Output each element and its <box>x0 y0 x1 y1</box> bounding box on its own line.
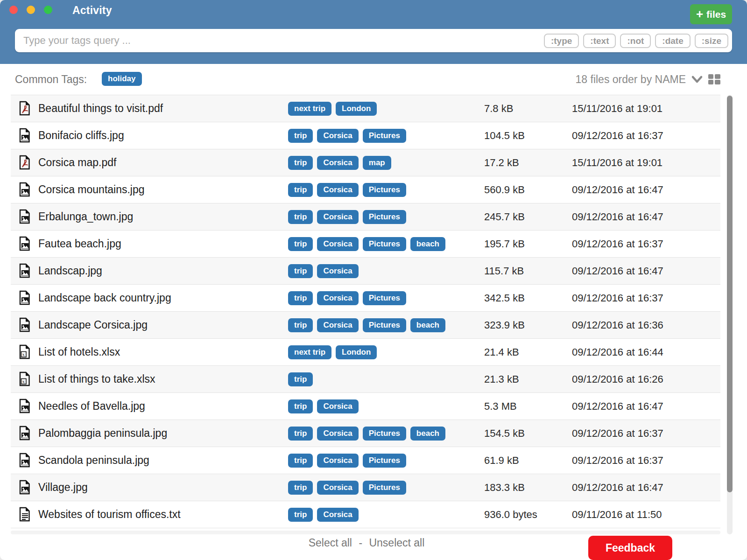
file-row[interactable]: xList of hotels.xlsxnext tripLondon21.4 … <box>11 339 720 366</box>
app-window: Activity + files :type:text:not:date:siz… <box>0 0 747 560</box>
tag-badge[interactable]: beach <box>410 318 445 332</box>
file-date: 09/12/2016 at 16:37 <box>572 420 663 447</box>
tag-badge[interactable]: trip <box>288 264 313 278</box>
tag-badge[interactable]: trip <box>288 129 313 143</box>
tag-badge[interactable]: Corsica <box>317 237 358 251</box>
tag-badge[interactable]: trip <box>288 210 313 224</box>
tag-badge[interactable]: trip <box>288 318 313 332</box>
file-tags: tripCorsicaPictures <box>288 176 406 203</box>
unselect-all-link[interactable]: Unselect all <box>369 537 424 549</box>
file-size: 323.9 kB <box>484 312 525 338</box>
vertical-scrollbar-thumb[interactable] <box>727 96 733 492</box>
file-size: 342.5 kB <box>484 285 525 311</box>
close-window-button[interactable] <box>9 6 18 14</box>
filter-size-button[interactable]: :size <box>695 34 728 48</box>
grid-view-icon[interactable] <box>708 74 720 85</box>
filter-type-button[interactable]: :type <box>544 34 579 48</box>
filter-not-button[interactable]: :not <box>620 34 651 48</box>
tag-badge[interactable]: map <box>363 156 391 170</box>
tag-badge[interactable]: Corsica <box>317 210 358 224</box>
tag-badge[interactable]: trip <box>288 427 313 441</box>
select-all-link[interactable]: Select all <box>309 537 352 549</box>
tag-badge[interactable]: Pictures <box>363 210 406 224</box>
tag-badge[interactable]: Corsica <box>317 481 358 495</box>
file-row[interactable]: Needles of Bavella.jpgtripCorsica5.3 MB0… <box>11 393 720 420</box>
tag-badge[interactable]: Pictures <box>363 318 406 332</box>
tag-badge[interactable]: trip <box>288 372 313 386</box>
file-tags: tripCorsicamap <box>288 149 391 176</box>
tag-badge[interactable]: Corsica <box>317 129 358 143</box>
file-size: 21.4 kB <box>484 339 519 365</box>
tag-badge[interactable]: next trip <box>288 345 331 359</box>
file-row[interactable]: Village.jpgtripCorsicaPictures183.3 kB09… <box>11 474 720 501</box>
tag-badge[interactable]: trip <box>288 481 313 495</box>
file-row[interactable]: Erbalunga_town.jpgtripCorsicaPictures245… <box>11 203 720 231</box>
common-tags-label: Common Tags: <box>15 64 87 95</box>
tag-badge[interactable]: trip <box>288 156 313 170</box>
image-file-icon <box>19 426 32 441</box>
tag-badge[interactable]: Corsica <box>317 454 358 468</box>
file-row[interactable]: Corsica mountains.jpgtripCorsicaPictures… <box>11 176 720 203</box>
file-row[interactable]: Fautea beach.jpgtripCorsicaPicturesbeach… <box>11 231 720 258</box>
file-tags: tripCorsicaPicturesbeach <box>288 231 445 257</box>
file-row[interactable]: Corsica map.pdftripCorsicamap17.2 kB15/1… <box>11 149 720 176</box>
tag-badge[interactable]: trip <box>288 237 313 251</box>
file-row[interactable]: Landscape back country.jpgtripCorsicaPic… <box>11 285 720 312</box>
file-size: 115.7 kB <box>484 258 524 284</box>
tag-badge[interactable]: Pictures <box>363 237 406 251</box>
file-row[interactable]: Landscap.jpgtripCorsica115.7 kB09/12/201… <box>11 258 720 285</box>
file-row[interactable]: Scandola peninsula.jpgtripCorsicaPicture… <box>11 447 720 474</box>
tag-badge[interactable]: Corsica <box>317 318 358 332</box>
tag-badge[interactable]: trip <box>288 399 313 413</box>
file-count-sort-status[interactable]: 18 files order by NAME <box>576 73 686 86</box>
file-row[interactable]: xList of things to take.xlsxtrip21.3 kB0… <box>11 366 720 393</box>
tag-badge[interactable]: trip <box>288 454 313 468</box>
tag-badge[interactable]: next trip <box>288 102 331 116</box>
zoom-window-button[interactable] <box>44 6 52 14</box>
text-file-icon <box>19 507 32 523</box>
tag-badge[interactable]: Corsica <box>317 183 358 197</box>
tag-badge[interactable]: trip <box>288 183 313 197</box>
tag-badge[interactable]: Corsica <box>317 291 358 305</box>
chevron-down-icon[interactable] <box>691 74 704 84</box>
file-name: Erbalunga_town.jpg <box>38 203 133 230</box>
tag-badge[interactable]: Pictures <box>363 454 406 468</box>
file-row[interactable]: Bonifacio cliffs.jpgtripCorsicaPictures1… <box>11 122 720 149</box>
file-date: 09/12/2016 at 16:37 <box>572 285 663 311</box>
file-tags: next tripLondon <box>288 95 377 122</box>
tag-badge[interactable]: Corsica <box>317 156 358 170</box>
add-files-button[interactable]: + files <box>690 4 732 24</box>
add-files-label: files <box>706 9 726 20</box>
tag-badge[interactable]: beach <box>410 427 445 441</box>
svg-text:x: x <box>22 378 25 384</box>
filter-text-button[interactable]: :text <box>583 34 616 48</box>
common-tag-badge[interactable]: holiday <box>102 72 142 86</box>
tag-badge[interactable]: Corsica <box>317 264 358 278</box>
feedback-button[interactable]: Feedback <box>588 536 672 560</box>
file-tags: tripCorsicaPicturesbeach <box>288 312 445 338</box>
tag-badge[interactable]: London <box>336 345 377 359</box>
tag-badge[interactable]: Pictures <box>363 183 406 197</box>
tag-badge[interactable]: beach <box>410 237 445 251</box>
tag-badge[interactable]: Corsica <box>317 427 358 441</box>
file-row[interactable]: Websites of tourism offices.txttripCorsi… <box>11 501 720 528</box>
minimize-window-button[interactable] <box>27 6 35 14</box>
tag-badge[interactable]: Pictures <box>363 291 406 305</box>
file-size: 61.9 kB <box>484 447 519 474</box>
file-row[interactable]: Landscape Corsica.jpgtripCorsicaPictures… <box>11 312 720 339</box>
filter-date-button[interactable]: :date <box>655 34 690 48</box>
file-size: 936.0 bytes <box>484 501 537 528</box>
tag-badge[interactable]: trip <box>288 508 313 522</box>
tag-badge[interactable]: Corsica <box>317 508 358 522</box>
file-row[interactable]: Beautiful things to visit.pdfnext tripLo… <box>11 95 720 122</box>
image-file-icon <box>19 263 32 279</box>
tag-badge[interactable]: Corsica <box>317 399 358 413</box>
file-name: Landscape back country.jpg <box>38 285 171 311</box>
tag-badge[interactable]: London <box>336 102 377 116</box>
tag-badge[interactable]: Pictures <box>363 427 406 441</box>
tag-badge[interactable]: Pictures <box>363 481 406 495</box>
file-row[interactable]: Palombaggia peninsula.jpgtripCorsicaPict… <box>11 420 720 447</box>
tag-badge[interactable]: trip <box>288 291 313 305</box>
tag-badge[interactable]: Pictures <box>363 129 406 143</box>
file-tags: next tripLondon <box>288 339 377 365</box>
